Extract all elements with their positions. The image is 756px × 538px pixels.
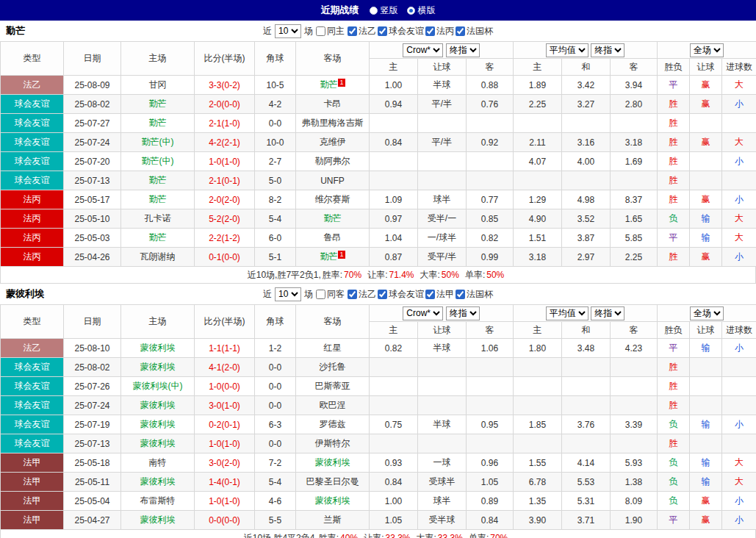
avg-stage-select[interactable]: 终指 bbox=[591, 43, 624, 57]
summary-stat-value: 33.3% bbox=[385, 533, 410, 538]
scope-select[interactable]: 全场 bbox=[690, 306, 724, 320]
summary-stat-value: 50% bbox=[486, 270, 504, 280]
away-team: 克维伊 bbox=[296, 133, 370, 152]
col-header-handicap: 让球 bbox=[418, 322, 467, 339]
league-filter[interactable]: 球会友谊 bbox=[378, 25, 424, 37]
avg-draw-odds: 3.48 bbox=[562, 339, 611, 358]
summary-stat-label: 单率: bbox=[465, 269, 485, 281]
avg-away-odds: 5.93 bbox=[611, 453, 658, 473]
col-header-away: 客场 bbox=[296, 42, 370, 76]
avg-draw-odds: 3.42 bbox=[562, 76, 611, 95]
summary-stat-label: 大率: bbox=[420, 269, 440, 281]
match-date: 25-07-13 bbox=[64, 171, 121, 190]
home-team: 蒙彼利埃(中) bbox=[121, 377, 195, 396]
corners: 0-0 bbox=[255, 434, 296, 453]
odds-stage-select[interactable]: 终指 bbox=[446, 43, 480, 57]
score: 3-3(0-2) bbox=[195, 76, 255, 95]
corners: 0-0 bbox=[255, 377, 296, 396]
avg-away-odds bbox=[611, 114, 658, 133]
handicap-result: 赢 bbox=[690, 133, 722, 152]
league-filter-checkbox[interactable] bbox=[425, 26, 435, 36]
league-type-badge: 法甲 bbox=[1, 511, 64, 530]
avg-home-odds: 1.29 bbox=[514, 190, 562, 209]
score: 1-4(0-1) bbox=[195, 473, 255, 492]
league-filter[interactable]: 法丙 bbox=[425, 25, 454, 37]
col-header-asian-away: 客 bbox=[467, 59, 514, 76]
league-filter[interactable]: 法乙 bbox=[348, 288, 376, 301]
col-header-euro-draw: 和 bbox=[562, 322, 611, 339]
odds-company-select[interactable]: Crow* bbox=[403, 306, 443, 320]
summary-line: 近10场,胜4平2负4, 胜率:40%让率:33.3%大率:33.3%单率:70… bbox=[0, 530, 756, 538]
col-header-date: 日期 bbox=[64, 305, 121, 339]
league-filter-checkbox[interactable] bbox=[456, 26, 465, 36]
league-filter-checkbox[interactable] bbox=[456, 290, 465, 299]
home-team: 勤芒 bbox=[121, 229, 195, 248]
league-filter[interactable]: 法乙 bbox=[348, 25, 376, 37]
avg-draw-odds bbox=[562, 396, 611, 415]
same-venue-filter[interactable]: 同客 bbox=[316, 288, 345, 301]
match-row: 法丙25-05-03勤芒2-2(1-2)6-0鲁昂1.04一/球半0.821.5… bbox=[1, 229, 756, 248]
avg-home-odds: 2.25 bbox=[514, 95, 562, 114]
league-filter-checkbox[interactable] bbox=[378, 290, 387, 299]
league-filter-checkbox[interactable] bbox=[348, 290, 357, 299]
avg-away-odds: 3.39 bbox=[611, 415, 658, 434]
score: 1-0(1-0) bbox=[195, 152, 255, 171]
league-filter[interactable]: 球会友谊 bbox=[378, 288, 424, 301]
handicap-result bbox=[690, 358, 722, 377]
league-filter[interactable]: 法甲 bbox=[425, 288, 454, 301]
score: 2-2(1-2) bbox=[195, 229, 255, 248]
match-result: 胜 bbox=[658, 152, 690, 171]
corners: 5-1 bbox=[255, 248, 296, 267]
avg-draw-odds: 5.53 bbox=[562, 473, 611, 492]
match-row: 法丙25-05-17勤芒2-0(2-0)8-2维尔赛斯1.09球半0.771.2… bbox=[1, 190, 756, 209]
avg-odds-select[interactable]: 平均值 bbox=[546, 306, 588, 320]
asian-away-odds bbox=[467, 358, 514, 377]
goals-result bbox=[722, 377, 756, 396]
home-team: 蒙彼利埃 bbox=[121, 415, 195, 434]
match-count-select[interactable]: 10 bbox=[275, 287, 301, 301]
asian-handicap: 半球 bbox=[418, 415, 467, 434]
same-venue-filter[interactable]: 同主 bbox=[316, 25, 345, 37]
away-team: 蒙彼利埃 bbox=[296, 492, 370, 511]
odds-stage-select[interactable]: 终指 bbox=[446, 306, 480, 320]
avg-away-odds: 3.94 bbox=[611, 76, 658, 95]
league-filter-checkbox[interactable] bbox=[348, 26, 357, 36]
match-result: 胜 bbox=[658, 377, 690, 396]
summary-stat-label: 让率: bbox=[367, 269, 387, 281]
same-venue-checkbox[interactable] bbox=[316, 26, 325, 36]
radio-icon[interactable] bbox=[370, 7, 378, 15]
league-filter[interactable]: 法国杯 bbox=[456, 25, 493, 37]
asian-home-odds: 0.94 bbox=[370, 95, 418, 114]
league-filter[interactable]: 法国杯 bbox=[456, 288, 493, 301]
col-header-goals: 进球数 bbox=[722, 322, 756, 339]
league-type-badge: 法甲 bbox=[1, 473, 64, 492]
match-count-select[interactable]: 10 bbox=[275, 24, 301, 38]
layout-radio[interactable]: 竖版 bbox=[370, 4, 398, 17]
red-card-badge: 1 bbox=[338, 251, 345, 259]
euro-odds-group-header: 平均值 终指 bbox=[514, 42, 658, 59]
league-filter-checkbox[interactable] bbox=[378, 26, 387, 36]
scope-select[interactable]: 全场 bbox=[690, 43, 724, 57]
asian-handicap: 半球 bbox=[418, 339, 467, 358]
layout-radios: 竖版横版 bbox=[370, 4, 436, 17]
score: 0-1(0-0) bbox=[195, 248, 255, 267]
radio-icon[interactable] bbox=[407, 7, 415, 15]
avg-odds-select[interactable]: 平均值 bbox=[546, 43, 588, 57]
odds-company-select[interactable]: Crow* bbox=[403, 43, 443, 57]
layout-radio[interactable]: 横版 bbox=[407, 4, 436, 17]
score: 5-2(2-0) bbox=[195, 209, 255, 229]
summary-stat-label: 胜率: bbox=[319, 532, 339, 538]
avg-away-odds: 1.69 bbox=[611, 152, 658, 171]
league-filter-checkbox[interactable] bbox=[425, 290, 435, 299]
same-venue-checkbox[interactable] bbox=[316, 290, 325, 299]
match-row: 球会友谊25-07-27勤芒2-1(1-0)0-0弗勒里梅洛吉斯胜 bbox=[1, 114, 756, 133]
layout-radio-label: 横版 bbox=[418, 4, 436, 17]
asian-home-odds: 0.84 bbox=[370, 473, 418, 492]
home-team: 瓦朗谢纳 bbox=[121, 248, 195, 267]
goals-result: 大 bbox=[722, 209, 756, 229]
avg-stage-select[interactable]: 终指 bbox=[591, 306, 624, 320]
match-date: 25-08-02 bbox=[64, 358, 121, 377]
asian-handicap bbox=[418, 152, 467, 171]
match-date: 25-07-20 bbox=[64, 152, 121, 171]
goals-result: 大 bbox=[722, 453, 756, 473]
